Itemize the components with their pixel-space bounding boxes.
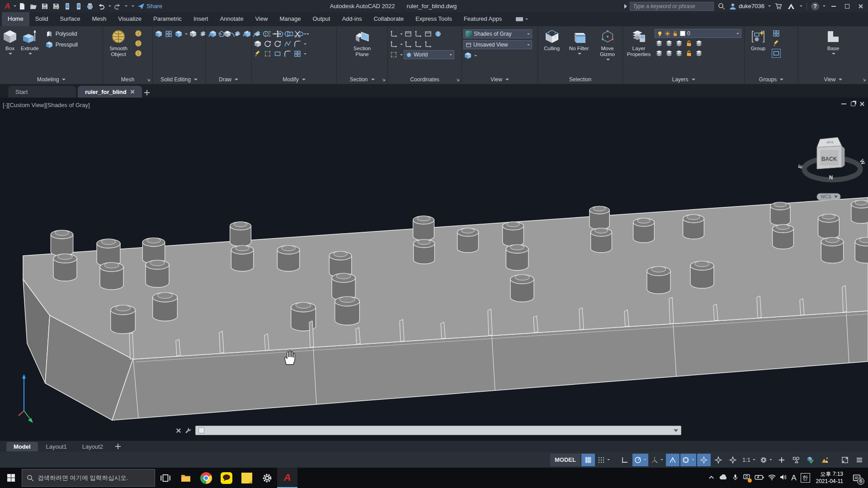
tab-annotate[interactable]: Annotate (214, 12, 249, 26)
braille-stud[interactable] (332, 273, 355, 300)
tab-view[interactable]: View (249, 12, 274, 26)
plot-button[interactable] (85, 1, 95, 11)
panel-label-groups[interactable]: Groups (745, 75, 798, 84)
viewport-controls-label[interactable]: [-][Custom View][Shades of Gray] (3, 102, 90, 108)
layer-unisolate-button[interactable] (694, 49, 703, 58)
polysolid-button[interactable]: Polysolid (44, 29, 79, 39)
layer-isolate-button[interactable] (694, 39, 703, 48)
arc-button[interactable] (207, 29, 216, 38)
3d-array-button[interactable] (263, 39, 272, 48)
help-button[interactable]: ? (811, 2, 819, 10)
braille-stud[interactable] (590, 206, 609, 229)
scale-button[interactable] (273, 49, 282, 58)
ucs-combo[interactable]: World (404, 50, 454, 59)
tab-output[interactable]: Output (307, 12, 336, 26)
trim-button[interactable] (293, 29, 302, 38)
revision-cloud-button[interactable] (217, 29, 226, 38)
share-button[interactable]: Share (137, 3, 162, 10)
braille-stud[interactable] (503, 222, 524, 246)
kakaotalk-icon[interactable] (216, 468, 236, 488)
isometric-drafting-toggle[interactable] (649, 454, 665, 466)
subtract-button[interactable] (189, 29, 198, 38)
tab-featured-apps[interactable]: Featured Apps (458, 12, 508, 26)
new-tab-button[interactable] (144, 89, 150, 96)
polyline-button[interactable] (241, 29, 250, 38)
braille-stud[interactable] (51, 230, 73, 256)
file-explorer-icon[interactable] (175, 468, 196, 488)
move-button[interactable] (273, 29, 282, 38)
ucs-3point-button[interactable] (424, 40, 433, 49)
array-caret-icon[interactable] (304, 53, 307, 55)
braille-stud[interactable] (770, 202, 790, 225)
autoscale-toggle[interactable] (726, 454, 740, 466)
ime-english-indicator[interactable]: A (791, 474, 796, 483)
file-tab-start[interactable]: Start (8, 86, 76, 98)
tab-visualize[interactable]: Visualize (112, 12, 147, 26)
fillet-button[interactable] (293, 39, 302, 48)
layout-tab-model[interactable]: Model (6, 442, 38, 451)
tab-collaborate[interactable]: Collaborate (368, 12, 410, 26)
viewport-config-button[interactable] (463, 51, 472, 60)
layout-tab-layout2[interactable]: Layout2 (75, 442, 110, 451)
taskbar-clock[interactable]: 오후 7:13 2021-04-11 (816, 471, 844, 485)
group-selection-toggle[interactable] (772, 49, 781, 58)
rotate-button[interactable] (273, 39, 282, 48)
layer-current-button[interactable] (665, 49, 674, 58)
panel-label-mesh[interactable]: Mesh (103, 75, 152, 84)
braille-stud[interactable] (153, 292, 178, 321)
3d-scale-button[interactable] (263, 29, 272, 38)
ucs-icon-caret[interactable] (400, 33, 403, 35)
battery-icon[interactable] (755, 474, 764, 482)
braille-stud[interactable] (142, 238, 165, 263)
settings-icon[interactable] (257, 468, 277, 488)
3d-object-snap-toggle[interactable] (697, 454, 711, 466)
ucs-view-caret[interactable] (400, 54, 403, 56)
braille-stud[interactable] (53, 254, 77, 281)
ucs-z-axis-button[interactable] (414, 40, 423, 49)
named-view-combo[interactable]: Unsaved View (463, 40, 532, 49)
microphone-icon[interactable] (732, 474, 739, 482)
graphics-performance-button[interactable] (818, 454, 832, 466)
vp-minimize-button[interactable] (841, 103, 846, 104)
account-button[interactable]: duke7036 (729, 3, 764, 10)
layer-thaw-all-button[interactable] (675, 49, 684, 58)
interfere-button[interactable] (164, 29, 173, 38)
stretch-button[interactable] (283, 39, 292, 48)
undo-button[interactable] (96, 1, 106, 11)
vp-close-button[interactable] (859, 101, 865, 107)
dynamic-ucs-caret[interactable] (400, 44, 403, 45)
chrome-icon[interactable] (196, 468, 216, 488)
object-snap-toggle[interactable] (680, 454, 696, 466)
section-plane-button[interactable]: Section Plane (346, 28, 378, 58)
braille-stud[interactable] (821, 237, 843, 263)
braille-stud[interactable] (97, 239, 120, 266)
offset-button[interactable] (283, 49, 292, 58)
panel-label-view[interactable]: View (462, 75, 538, 84)
panel-label-modeling[interactable]: Modeling (0, 75, 103, 84)
command-grip-icon[interactable] (198, 427, 204, 433)
trim-caret-icon[interactable] (304, 33, 307, 35)
tray-expand-icon[interactable] (708, 474, 715, 482)
command-close-icon[interactable] (176, 428, 181, 433)
braille-stud[interactable] (510, 275, 534, 302)
fillet-caret-icon[interactable] (304, 43, 307, 45)
taskbar-search-input[interactable] (38, 474, 146, 481)
mirror-3d-button[interactable] (253, 29, 262, 38)
panel-label-selection[interactable]: Selection (538, 75, 623, 84)
copy-button[interactable] (283, 29, 292, 38)
braille-stud[interactable] (335, 296, 360, 325)
display-sync-icon[interactable] (743, 474, 750, 482)
qat-customize-caret-icon[interactable] (132, 5, 134, 7)
ruler-slab[interactable] (23, 197, 868, 420)
unsmooth-icon[interactable] (134, 49, 143, 58)
polar-tracking-toggle[interactable] (632, 454, 648, 466)
braille-stud[interactable] (231, 245, 253, 271)
extrude-button[interactable]: Extrude (20, 28, 40, 56)
measure-button[interactable] (263, 49, 272, 58)
array-button[interactable] (293, 49, 302, 58)
task-view-button[interactable] (155, 468, 175, 488)
braille-stud[interactable] (773, 225, 794, 249)
wifi-icon[interactable] (768, 474, 776, 482)
layer-match-button[interactable] (665, 39, 674, 48)
union-button[interactable] (154, 29, 163, 38)
